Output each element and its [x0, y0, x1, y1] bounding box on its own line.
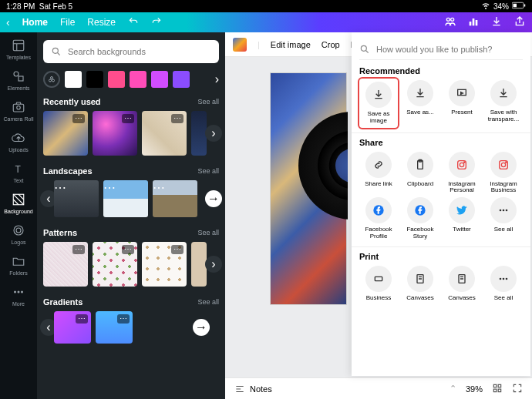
instagram-personal-button[interactable]: Instagram Personal [443, 152, 481, 195]
svg-point-9 [14, 72, 19, 76]
search-input[interactable] [68, 47, 211, 56]
resize-menu[interactable]: Resize [87, 17, 116, 28]
svg-point-48 [506, 277, 508, 280]
swatch-violet[interactable] [173, 71, 190, 88]
svg-rect-8 [13, 40, 24, 51]
present-button[interactable]: Present [443, 80, 481, 126]
swatch-magenta[interactable] [130, 71, 146, 88]
share-icon[interactable] [513, 15, 526, 30]
facebook-profile-button[interactable]: Facebook Profile [359, 197, 398, 240]
wifi-icon [481, 1, 490, 12]
back-button[interactable]: ‹ [6, 16, 10, 28]
see-all-recent[interactable]: See all [197, 98, 219, 106]
publish-panel: Recommended Save as image Save as... Pre… [352, 32, 530, 376]
rail-logos[interactable]: Logos [11, 223, 25, 245]
fullscreen-icon[interactable] [512, 383, 523, 395]
rail-background[interactable]: Background [4, 193, 32, 214]
svg-rect-1 [513, 4, 517, 8]
crop-button[interactable]: Crop [322, 40, 340, 49]
thumb-recent-2[interactable]: ⋯ [93, 111, 137, 156]
chevron-right-icon[interactable]: › [205, 256, 222, 273]
edit-image-button[interactable]: Edit image [271, 40, 311, 49]
svg-rect-11 [13, 104, 24, 112]
share-link-button[interactable]: Share link [359, 152, 398, 195]
image-color-button[interactable] [233, 38, 247, 52]
download-icon[interactable] [490, 15, 503, 30]
thumb-recent-4[interactable] [191, 111, 207, 156]
notes-button[interactable]: Notes [234, 384, 272, 394]
svg-rect-10 [19, 76, 23, 81]
print-business-button[interactable]: Business [359, 266, 398, 302]
collab-icon[interactable] [444, 15, 456, 30]
search-box[interactable] [43, 40, 219, 63]
thumb-landscape-3[interactable]: ⋯ [153, 180, 197, 217]
status-right: 34% [481, 1, 526, 12]
see-all-patterns[interactable]: See all [197, 229, 219, 236]
thumb-gradient-1[interactable]: ⋯ [54, 311, 91, 344]
print-heading: Print [359, 252, 523, 261]
canvas-artwork[interactable] [270, 72, 347, 305]
grid-view-icon[interactable] [492, 383, 503, 395]
next-arrow-button[interactable]: → [205, 190, 222, 207]
rail-more[interactable]: More [12, 285, 25, 307]
thumb-pattern-4[interactable] [191, 242, 207, 287]
undo-button[interactable] [128, 16, 139, 29]
share-heading: Share [359, 138, 523, 147]
color-picker-button[interactable] [43, 71, 60, 88]
svg-point-15 [16, 228, 21, 233]
instagram-business-button[interactable]: Instagram Business [484, 152, 523, 195]
save-as-button[interactable]: Save as... [401, 80, 439, 126]
recommended-heading: Recommended [359, 66, 523, 75]
chevron-right-icon[interactable]: › [215, 72, 219, 86]
thumb-pattern-1[interactable]: ⋯ [43, 242, 88, 287]
print-canvases-button[interactable]: Canvases [401, 266, 439, 302]
svg-point-20 [52, 48, 58, 53]
page-up-handle[interactable]: ⌃ [450, 384, 456, 394]
thumb-gradient-2[interactable]: ⋯ [96, 311, 133, 344]
print-see-all-button[interactable]: See all [484, 266, 523, 302]
redo-button[interactable] [151, 16, 162, 29]
print-canvases2-button[interactable]: Canvases [443, 266, 481, 302]
thumb-landscape-1[interactable]: ⋯ [54, 180, 99, 217]
next-arrow-button[interactable]: → [193, 319, 210, 336]
section-recent-title: Recently used [43, 97, 101, 106]
thumb-pattern-3[interactable]: ⋯ [142, 242, 187, 287]
see-all-landscapes[interactable]: See all [197, 167, 219, 175]
thumb-pattern-2[interactable]: ⋯ [93, 242, 137, 287]
rail-folders[interactable]: Folders [9, 254, 27, 276]
save-as-image-button[interactable]: Save as image [358, 77, 399, 129]
share-see-all-button[interactable]: See all [484, 197, 523, 240]
svg-point-42 [506, 210, 508, 212]
thumb-landscape-2[interactable]: ⋯ [103, 180, 148, 217]
rail-text[interactable]: TText [12, 162, 25, 183]
swatch-white[interactable] [65, 71, 82, 88]
svg-text:T: T [15, 164, 22, 175]
svg-point-17 [14, 291, 16, 293]
see-all-gradients[interactable]: See all [197, 298, 219, 306]
home-button[interactable]: Home [22, 17, 48, 28]
swatch-black[interactable] [86, 71, 103, 88]
rail-elements[interactable]: Elements [7, 69, 29, 91]
svg-rect-24 [493, 384, 497, 387]
file-menu[interactable]: File [60, 17, 75, 28]
publish-search-input[interactable] [376, 45, 523, 54]
chart-icon[interactable] [467, 15, 480, 30]
svg-rect-26 [493, 389, 497, 392]
svg-point-18 [18, 291, 20, 293]
rail-camera[interactable]: Camera Roll [4, 100, 34, 122]
chevron-right-icon[interactable]: › [205, 125, 222, 142]
swatch-purple[interactable] [151, 71, 168, 88]
twitter-button[interactable]: Twitter [443, 197, 481, 240]
rail-templates[interactable]: Templates [6, 39, 31, 60]
zoom-level[interactable]: 39% [466, 384, 483, 394]
thumb-recent-1[interactable]: ⋯ [43, 111, 88, 156]
svg-rect-5 [470, 22, 472, 25]
facebook-story-button[interactable]: Facebook Story [401, 197, 439, 240]
swatch-pink[interactable] [108, 71, 125, 88]
svg-point-41 [503, 210, 505, 212]
svg-point-46 [500, 277, 502, 280]
thumb-recent-3[interactable]: ⋯ [142, 111, 187, 156]
rail-uploads[interactable]: Uploads [8, 131, 29, 153]
save-transparent-button[interactable]: Save with transpare... [484, 80, 523, 126]
clipboard-button[interactable]: Clipboard [401, 152, 439, 195]
